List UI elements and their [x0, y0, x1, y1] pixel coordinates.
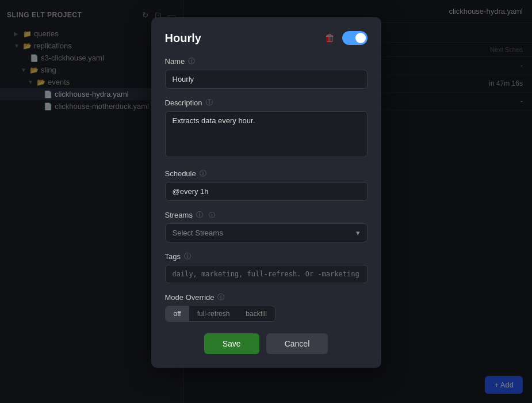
- toggle-enabled[interactable]: [342, 31, 368, 45]
- name-input[interactable]: [165, 70, 368, 89]
- schedule-field-group: Schedule ⓘ: [165, 169, 368, 201]
- streams-extra-icon: ⓘ: [209, 211, 215, 219]
- mode-override-section: Mode Override ⓘ off full-refresh backfil…: [165, 292, 368, 322]
- schedule-label: Schedule ⓘ: [165, 169, 368, 178]
- streams-dropdown[interactable]: Select Streams ▾: [165, 223, 368, 242]
- mode-full-refresh-button[interactable]: full-refresh: [189, 306, 238, 321]
- info-icon: ⓘ: [188, 56, 195, 66]
- cancel-button[interactable]: Cancel: [266, 333, 328, 354]
- tags-field-group: Tags ⓘ: [165, 252, 368, 283]
- name-label: Name ⓘ: [165, 56, 368, 66]
- info-icon: ⓘ: [217, 292, 224, 302]
- mode-override-toggle: off full-refresh backfill: [165, 306, 276, 322]
- info-icon: ⓘ: [196, 210, 203, 220]
- action-row: Save Cancel: [165, 333, 368, 354]
- mode-off-button[interactable]: off: [166, 306, 189, 321]
- info-icon: ⓘ: [200, 169, 206, 178]
- modal-title: Hourly: [165, 32, 201, 45]
- modal-header-right: 🗑: [325, 31, 368, 45]
- chevron-down-icon: ▾: [356, 229, 360, 237]
- modal-overlay: Hourly 🗑 Name ⓘ Description ⓘ S: [0, 0, 532, 403]
- name-field-group: Name ⓘ: [165, 56, 368, 89]
- info-icon: ⓘ: [206, 98, 213, 108]
- streams-placeholder: Select Streams: [173, 229, 223, 237]
- info-icon: ⓘ: [184, 252, 191, 261]
- mode-override-label: Mode Override ⓘ: [165, 292, 368, 302]
- delete-button[interactable]: 🗑: [325, 32, 335, 44]
- tags-input[interactable]: [165, 265, 368, 283]
- save-button[interactable]: Save: [204, 333, 259, 354]
- description-label: Description ⓘ: [165, 98, 368, 108]
- streams-field-group: Streams ⓘ ⓘ Select Streams ▾: [165, 210, 368, 242]
- modal: Hourly 🗑 Name ⓘ Description ⓘ S: [151, 17, 381, 368]
- modal-header: Hourly 🗑: [165, 31, 368, 45]
- streams-label: Streams ⓘ ⓘ: [165, 210, 368, 220]
- description-field-group: Description ⓘ: [165, 98, 368, 159]
- schedule-input[interactable]: [165, 182, 368, 201]
- mode-backfill-button[interactable]: backfill: [238, 306, 275, 321]
- description-input[interactable]: [165, 111, 368, 157]
- tags-label: Tags ⓘ: [165, 252, 368, 261]
